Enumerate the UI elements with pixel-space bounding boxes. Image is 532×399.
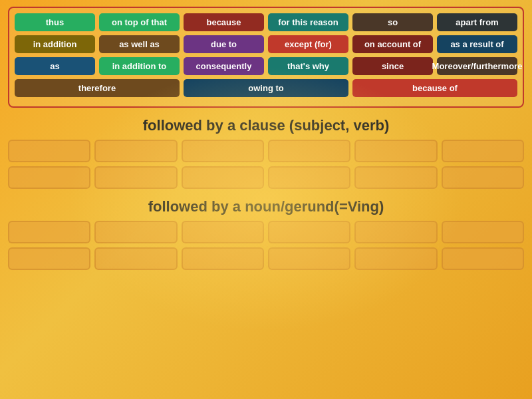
drop-box-clause-section-1-5[interactable] — [442, 166, 524, 189]
drop-box-noun-section-1-1[interactable] — [94, 247, 177, 270]
drop-area-noun-section — [8, 221, 524, 270]
word-row-2: asin addition toconsequentlythat's whysi… — [15, 57, 517, 75]
chip-for-this-reason[interactable]: for this reason — [268, 13, 348, 31]
chip-thats-why[interactable]: that's why — [268, 57, 348, 75]
top-panel: thuson top of thatbecausefor this reason… — [8, 7, 524, 108]
chip-because[interactable]: because — [184, 13, 264, 31]
drop-box-noun-section-0-4[interactable] — [354, 221, 437, 243]
chip-apart-from[interactable]: apart from — [437, 13, 517, 31]
drop-box-noun-section-0-3[interactable] — [268, 221, 350, 243]
chip-since[interactable]: since — [352, 57, 433, 75]
drop-box-clause-section-1-0[interactable] — [8, 166, 90, 189]
chip-as[interactable]: as — [15, 57, 95, 75]
drop-box-clause-section-1-4[interactable] — [354, 166, 437, 189]
drop-box-noun-section-0-1[interactable] — [94, 221, 177, 243]
chip-due-to[interactable]: due to — [184, 35, 264, 53]
chip-in-addition-to[interactable]: in addition to — [99, 57, 180, 75]
chip-therefore[interactable]: therefore — [15, 79, 180, 97]
drop-area-clause-section — [8, 140, 524, 189]
drop-box-noun-section-1-4[interactable] — [354, 247, 437, 270]
section-label-clause-section: followed by a clause (subject, verb) — [0, 117, 532, 134]
drop-box-clause-section-0-1[interactable] — [94, 140, 177, 162]
drop-row-clause-section-1 — [8, 166, 524, 189]
chip-thus[interactable]: thus — [15, 13, 95, 31]
drop-box-noun-section-1-0[interactable] — [8, 247, 90, 270]
section-label-noun-section: followed by a noun/gerund(=Ving) — [0, 198, 532, 215]
drop-row-clause-section-0 — [8, 140, 524, 162]
drop-box-clause-section-1-2[interactable] — [182, 166, 264, 189]
word-row-1: in additionas well asdue toexcept (for)o… — [15, 35, 517, 53]
chip-consequently[interactable]: consequently — [184, 57, 264, 75]
drop-box-noun-section-1-3[interactable] — [268, 247, 350, 270]
drop-box-noun-section-0-0[interactable] — [8, 221, 90, 243]
drop-box-noun-section-0-5[interactable] — [442, 221, 524, 243]
drop-row-noun-section-1 — [8, 247, 524, 270]
drop-box-clause-section-0-3[interactable] — [268, 140, 350, 162]
drop-box-noun-section-0-2[interactable] — [182, 221, 264, 243]
drop-box-clause-section-1-3[interactable] — [268, 166, 350, 189]
drop-box-clause-section-1-1[interactable] — [94, 166, 177, 189]
word-row-3: thereforeowing tobecause of — [15, 79, 517, 97]
drop-row-noun-section-0 — [8, 221, 524, 243]
drop-box-clause-section-0-2[interactable] — [182, 140, 264, 162]
chip-except-for[interactable]: except (for) — [268, 35, 348, 53]
chip-owing-to[interactable]: owing to — [184, 79, 348, 97]
chip-because-of[interactable]: because of — [352, 79, 517, 97]
drop-box-clause-section-0-0[interactable] — [8, 140, 90, 162]
chip-on-account-of[interactable]: on account of — [352, 35, 433, 53]
drop-box-clause-section-0-5[interactable] — [442, 140, 524, 162]
chip-so[interactable]: so — [352, 13, 433, 31]
chip-on-top-of-that[interactable]: on top of that — [99, 13, 180, 31]
chip-as-a-result-of[interactable]: as a result of — [437, 35, 517, 53]
drop-box-clause-section-0-4[interactable] — [354, 140, 437, 162]
chip-as-well-as[interactable]: as well as — [99, 35, 180, 53]
drop-box-noun-section-1-5[interactable] — [442, 247, 524, 270]
chip-in-addition[interactable]: in addition — [15, 35, 95, 53]
chip-moreover-furthermore[interactable]: Moreover/furthermore — [437, 57, 517, 75]
drop-box-noun-section-1-2[interactable] — [182, 247, 264, 270]
word-row-0: thuson top of thatbecausefor this reason… — [15, 13, 517, 31]
